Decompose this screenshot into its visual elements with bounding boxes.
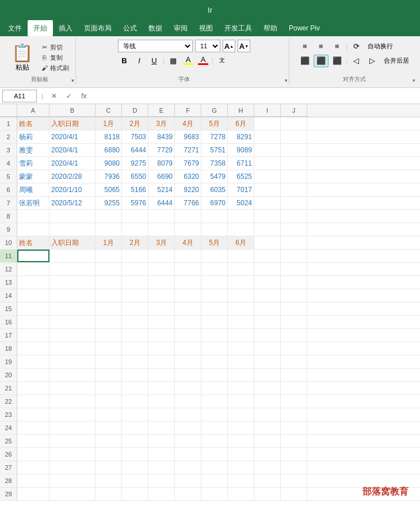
col-header-E[interactable]: E (148, 104, 175, 117)
cell-D12[interactable] (122, 263, 148, 275)
cell-D10[interactable]: 2月 (122, 236, 148, 249)
cell-G27[interactable] (201, 461, 228, 474)
cell-A18[interactable] (17, 342, 49, 355)
cell-D11[interactable] (122, 250, 148, 262)
cell-B8[interactable] (49, 210, 96, 223)
cell-A3[interactable]: 雅雯 (17, 144, 49, 156)
cell-J16[interactable] (281, 316, 307, 328)
cell-reference-input[interactable]: A11 (2, 90, 37, 102)
cell-D21[interactable] (122, 382, 148, 394)
cell-I2[interactable] (254, 131, 281, 143)
cell-J29[interactable] (281, 488, 307, 500)
cell-D26[interactable] (122, 448, 148, 461)
cell-F9[interactable] (175, 223, 201, 236)
cell-E9[interactable] (148, 223, 175, 236)
cell-H1[interactable]: 6月 (228, 117, 254, 130)
cell-C16[interactable] (96, 316, 122, 328)
cell-H22[interactable] (228, 395, 254, 408)
cell-H3[interactable]: 9089 (228, 144, 254, 156)
cell-A13[interactable] (17, 276, 49, 289)
cell-J18[interactable] (281, 342, 307, 355)
cell-F23[interactable] (175, 408, 201, 421)
cell-I1[interactable] (254, 117, 281, 130)
cell-E8[interactable] (148, 210, 175, 223)
cell-B2[interactable]: 2020/4/1 (49, 131, 96, 143)
cell-D16[interactable] (122, 316, 148, 328)
cell-C6[interactable]: 5065 (96, 183, 122, 196)
cell-G3[interactable]: 5751 (201, 144, 228, 156)
cell-H7[interactable]: 5024 (228, 197, 254, 209)
cell-B26[interactable] (49, 448, 96, 461)
cell-I25[interactable] (254, 435, 281, 447)
cell-H8[interactable] (228, 210, 254, 223)
cell-F28[interactable] (175, 474, 201, 487)
cell-F6[interactable]: 9220 (175, 183, 201, 196)
cell-I28[interactable] (254, 474, 281, 487)
cell-F8[interactable] (175, 210, 201, 223)
cell-B18[interactable] (49, 342, 96, 355)
cell-D3[interactable]: 6444 (122, 144, 148, 156)
decrease-font-size-button[interactable]: A▼ (238, 40, 250, 52)
cell-G6[interactable]: 6035 (201, 183, 228, 196)
cell-H27[interactable] (228, 461, 254, 474)
cell-E14[interactable] (148, 289, 175, 302)
cell-C20[interactable] (96, 369, 122, 381)
cell-A2[interactable]: 杨莉 (17, 131, 49, 143)
cut-button[interactable]: ✂ 剪切 (39, 43, 71, 52)
cell-I20[interactable] (254, 369, 281, 381)
cell-I12[interactable] (254, 263, 281, 275)
cell-I23[interactable] (254, 408, 281, 421)
cell-C19[interactable] (96, 355, 122, 368)
cell-F12[interactable] (175, 263, 201, 275)
cell-D1[interactable]: 2月 (122, 117, 148, 130)
cell-I3[interactable] (254, 144, 281, 156)
font-expand-icon[interactable]: ▾ (285, 78, 288, 83)
cell-C15[interactable] (96, 302, 122, 315)
cell-A28[interactable] (17, 474, 49, 487)
italic-button[interactable]: I (133, 54, 146, 67)
col-header-D[interactable]: D (122, 104, 148, 117)
highlight-color-button[interactable]: A (182, 54, 194, 67)
cell-C25[interactable] (96, 435, 122, 447)
cell-B28[interactable] (49, 474, 96, 487)
cell-F19[interactable] (175, 355, 201, 368)
cell-E27[interactable] (148, 461, 175, 474)
cell-A24[interactable] (17, 422, 49, 434)
cell-J11[interactable] (281, 250, 307, 262)
col-header-A[interactable]: A (17, 104, 49, 117)
cell-G24[interactable] (201, 422, 228, 434)
cell-F18[interactable] (175, 342, 201, 355)
menu-home[interactable]: 开始 (28, 20, 53, 36)
cell-C11[interactable] (96, 250, 122, 262)
cell-B25[interactable] (49, 435, 96, 447)
cell-A21[interactable] (17, 382, 49, 394)
cell-G18[interactable] (201, 342, 228, 355)
cell-H25[interactable] (228, 435, 254, 447)
cell-F4[interactable]: 7679 (175, 157, 201, 170)
cell-G11[interactable] (201, 250, 228, 262)
col-header-J[interactable]: J (281, 104, 307, 117)
cell-D24[interactable] (122, 422, 148, 434)
menu-data[interactable]: 数据 (143, 20, 168, 36)
cell-E4[interactable]: 8079 (148, 157, 175, 170)
cell-C17[interactable] (96, 329, 122, 342)
cell-B10[interactable]: 入职日期 (49, 236, 96, 249)
cell-B4[interactable]: 2020/4/1 (49, 157, 96, 170)
cell-E3[interactable]: 7729 (148, 144, 175, 156)
menu-powerpiv[interactable]: Power Piv (283, 20, 326, 36)
cell-J21[interactable] (281, 382, 307, 394)
col-header-B[interactable]: B (49, 104, 96, 117)
cell-G22[interactable] (201, 395, 228, 408)
cell-C7[interactable]: 9255 (96, 197, 122, 209)
cell-F15[interactable] (175, 302, 201, 315)
cell-F2[interactable]: 9683 (175, 131, 201, 143)
cell-J10[interactable] (281, 236, 307, 249)
cell-E17[interactable] (148, 329, 175, 342)
cell-E2[interactable]: 8439 (148, 131, 175, 143)
cell-E25[interactable] (148, 435, 175, 447)
cell-E20[interactable] (148, 369, 175, 381)
cell-I27[interactable] (254, 461, 281, 474)
autowrap-button[interactable]: 自动换行 (365, 40, 396, 53)
cell-J13[interactable] (281, 276, 307, 289)
cell-F10[interactable]: 4月 (175, 236, 201, 249)
